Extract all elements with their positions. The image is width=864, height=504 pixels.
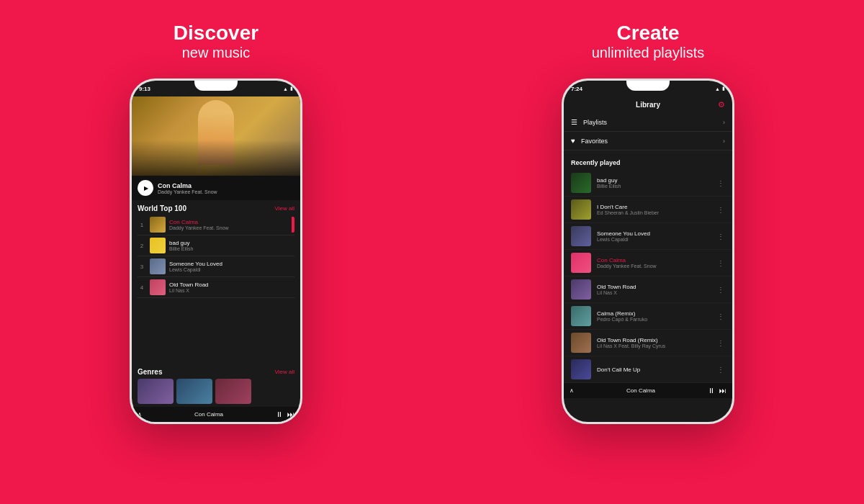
active-indicator-1 — [292, 217, 294, 233]
menu-item-favorites[interactable]: ♥ Favorites › — [564, 132, 732, 150]
recent-thumb-5 — [571, 279, 591, 300]
recent-track-4[interactable]: Con Calma Daddy Yankee Feat. Snow ⋮ — [564, 250, 732, 276]
phone-notch — [194, 81, 238, 91]
right-bottom-controls[interactable]: ⏸ ⏭ — [708, 387, 726, 395]
more-btn-8[interactable]: ⋮ — [717, 366, 725, 374]
right-bottom-track-title: Con Calma — [626, 387, 655, 394]
favorites-label: Favorites — [581, 138, 723, 145]
right-bottom-bar[interactable]: ∧ Con Calma ⏸ ⏭ — [564, 383, 732, 398]
recent-artist-4: Daddy Yankee Feat. Snow — [597, 264, 717, 269]
top100-view-all[interactable]: View all — [275, 205, 294, 212]
left-phone-body: Con Calma Daddy Yankee Feat. Snow World … — [132, 96, 300, 422]
battery-icon: ▮ — [290, 86, 293, 91]
more-btn-6[interactable]: ⋮ — [717, 312, 725, 320]
track-item-2[interactable]: 2 bad guy Billie Eilish — [138, 235, 294, 256]
bottom-controls[interactable]: ⏸ ⏭ — [276, 410, 294, 418]
right-phone-body: Library ⚙ ☰ Playlists › ♥ Favorites › Re… — [564, 96, 732, 422]
recent-name-8: Don't Call Me Up — [597, 366, 717, 373]
playlists-chevron: › — [723, 119, 725, 126]
left-panel-header: Discover new music — [174, 22, 258, 61]
track-info-1: Con Calma Daddy Yankee Feat. Snow — [169, 219, 229, 230]
track-artist-1: Daddy Yankee Feat. Snow — [169, 225, 229, 230]
track-item-1[interactable]: 1 Con Calma Daddy Yankee Feat. Snow — [138, 215, 294, 235]
left-heading-sub: new music — [174, 45, 258, 61]
now-playing-bar[interactable]: Con Calma Daddy Yankee Feat. Snow — [132, 176, 300, 200]
recent-thumb-1 — [571, 173, 591, 193]
left-status-bar: 9:13 ▲ ▮ — [132, 81, 300, 96]
genres-view-all[interactable]: View all — [275, 369, 294, 375]
genres-title: Genres — [138, 368, 162, 376]
left-panel: Discover new music 9:13 ▲ ▮ Con Calma — [0, 0, 432, 504]
right-phone: 7:24 ▲ ▮ Library ⚙ ☰ Playlists › ♥ Favor… — [562, 78, 734, 424]
now-playing-info: Con Calma Daddy Yankee Feat. Snow — [158, 182, 217, 194]
more-btn-2[interactable]: ⋮ — [717, 206, 725, 214]
track-artist-2: Billie Eilish — [169, 246, 193, 251]
favorites-chevron: › — [723, 138, 725, 145]
menu-item-playlists[interactable]: ☰ Playlists › — [564, 113, 732, 132]
right-next-icon[interactable]: ⏭ — [719, 387, 726, 395]
recent-artist-3: Lewis Capaldi — [597, 237, 717, 242]
now-playing-artist: Daddy Yankee Feat. Snow — [158, 189, 217, 194]
right-heading-sub: unlimited playlists — [592, 45, 705, 61]
favorites-icon: ♥ — [571, 137, 575, 145]
recent-track-5[interactable]: Old Town Road Lil Nas X ⋮ — [564, 276, 732, 303]
recent-artist-5: Lil Nas X — [597, 290, 717, 295]
left-heading-bold: Discover — [174, 22, 258, 45]
more-btn-3[interactable]: ⋮ — [717, 233, 725, 240]
recent-name-4: Con Calma — [597, 257, 717, 264]
left-bottom-bar[interactable]: ∧ Con Calma ⏸ ⏭ — [132, 407, 300, 422]
playlists-label: Playlists — [583, 119, 723, 126]
recent-name-2: I Don't Care — [597, 204, 717, 210]
track-info-3: Someone You Loved Lewis Capaldi — [169, 261, 222, 272]
recent-thumb-4 — [571, 253, 591, 273]
track-item-4[interactable]: 4 Old Town Road Lil Nas X — [138, 277, 294, 298]
genres-section: Genres View all — [132, 365, 300, 407]
recent-artist-1: Billie Eilish — [597, 184, 717, 189]
right-bottom-chevron-icon: ∧ — [570, 387, 574, 394]
genre-thumb-1[interactable] — [138, 379, 174, 404]
gear-icon[interactable]: ⚙ — [718, 100, 725, 109]
recent-track-2[interactable]: I Don't Care Ed Sheeran & Justin Bieber … — [564, 197, 732, 223]
recent-track-6[interactable]: Calma (Remix) Pedro Capó & Farruko ⋮ — [564, 303, 732, 330]
track-num-3: 3 — [138, 264, 146, 270]
right-pause-icon[interactable]: ⏸ — [708, 387, 715, 395]
right-wifi-icon: ▲ — [715, 86, 720, 91]
recent-track-1[interactable]: bad guy Billie Eilish ⋮ — [564, 170, 732, 197]
recent-name-7: Old Town Road (Remix) — [597, 337, 717, 343]
bottom-chevron-icon: ∧ — [138, 411, 142, 418]
recent-thumb-8 — [571, 359, 591, 379]
more-btn-4[interactable]: ⋮ — [717, 259, 725, 267]
recent-track-8[interactable]: Don't Call Me Up ⋮ — [564, 356, 732, 383]
right-status-bar: 7:24 ▲ ▮ — [564, 81, 732, 96]
track-item-3[interactable]: 3 Someone You Loved Lewis Capaldi — [138, 256, 294, 277]
recently-header: Recently played — [564, 150, 732, 170]
play-button[interactable] — [138, 180, 153, 196]
recent-info-3: Someone You Loved Lewis Capaldi — [597, 230, 717, 242]
track-info-2: bad guy Billie Eilish — [169, 240, 193, 251]
more-btn-1[interactable]: ⋮ — [717, 179, 725, 187]
right-bottom-track-info: Con Calma — [626, 387, 655, 394]
track-num-2: 2 — [138, 243, 146, 249]
recent-info-2: I Don't Care Ed Sheeran & Justin Bieber — [597, 204, 717, 215]
track-num-4: 4 — [138, 284, 146, 291]
recent-info-6: Calma (Remix) Pedro Capó & Farruko — [597, 310, 717, 322]
library-title: Library — [636, 101, 660, 109]
more-btn-7[interactable]: ⋮ — [717, 339, 725, 347]
track-thumb-1 — [150, 217, 166, 233]
track-thumb-2 — [150, 238, 166, 253]
next-icon[interactable]: ⏭ — [287, 410, 294, 418]
bottom-track-title: Con Calma — [194, 411, 223, 418]
recent-track-7[interactable]: Old Town Road (Remix) Lil Nas X Feat. Bi… — [564, 330, 732, 356]
genre-thumb-2[interactable] — [176, 379, 212, 404]
recent-track-3[interactable]: Someone You Loved Lewis Capaldi ⋮ — [564, 223, 732, 250]
recent-name-6: Calma (Remix) — [597, 310, 717, 317]
genres-header: Genres View all — [138, 368, 294, 376]
bottom-track-info: Con Calma — [194, 411, 223, 418]
playlists-icon: ☰ — [571, 118, 577, 126]
genre-thumb-3[interactable] — [215, 379, 251, 404]
left-status-time: 9:13 — [139, 86, 150, 92]
more-btn-5[interactable]: ⋮ — [717, 286, 725, 294]
track-name-2: bad guy — [169, 240, 193, 246]
pause-icon[interactable]: ⏸ — [276, 410, 283, 418]
recent-info-8: Don't Call Me Up — [597, 366, 717, 373]
